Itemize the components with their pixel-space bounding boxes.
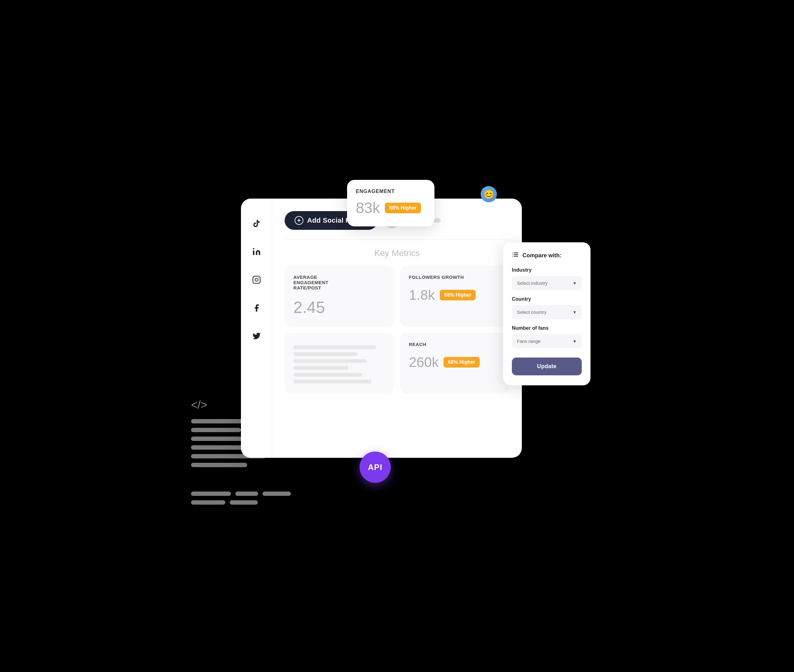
engagement-value-row: 83k 68% Higher bbox=[356, 199, 426, 216]
skeleton-lines bbox=[293, 346, 385, 384]
followers-badge: 68% Higher bbox=[440, 290, 476, 301]
skeleton-line bbox=[293, 373, 363, 377]
country-chevron-icon: ▼ bbox=[572, 310, 577, 315]
compare-header-text: Compare with: bbox=[522, 252, 561, 259]
skeleton-line bbox=[293, 380, 371, 384]
api-badge: API bbox=[359, 451, 391, 483]
industry-label: Industry bbox=[512, 267, 582, 273]
code-line bbox=[235, 491, 258, 496]
svg-point-3 bbox=[258, 277, 259, 278]
sidebar-icon-twitter[interactable] bbox=[250, 330, 263, 342]
followers-value-row: 1.8k 68% Higher bbox=[409, 287, 501, 303]
reach-value-row: 260k 68% Higher bbox=[409, 354, 501, 370]
sidebar-icon-instagram[interactable] bbox=[250, 274, 263, 286]
fans-chevron-icon: ▼ bbox=[572, 339, 577, 344]
code-line bbox=[191, 491, 231, 496]
metrics-grid: AVERAGEENGAGEMENTRATE/POST 2.45 FOLLOWER… bbox=[284, 266, 510, 394]
engagement-badge: 68% Higher bbox=[385, 203, 421, 213]
metric-value-reach: 260k bbox=[409, 354, 439, 370]
engagement-card: ENGAGEMENT 83k 68% Higher bbox=[347, 180, 435, 226]
dashboard-card: + Add Social Profile Key Metrics AVERAGE… bbox=[241, 198, 522, 458]
sidebar-icon-tiktok[interactable] bbox=[250, 218, 263, 230]
fans-select[interactable]: Fans range ▼ bbox=[512, 334, 582, 348]
skeleton-line bbox=[293, 366, 348, 370]
bottom-skeleton bbox=[191, 491, 291, 505]
scene: </> ENGAGEMENT 83k 68% Higher 😊 bbox=[210, 180, 584, 492]
metric-value-engagement-rate: 2.45 bbox=[293, 298, 385, 317]
plus-circle-icon: + bbox=[295, 216, 304, 225]
section-title: Key Metrics bbox=[284, 248, 510, 258]
metric-label-followers-growth: FOLLOWERS GROWTH bbox=[409, 275, 501, 280]
skeleton-line bbox=[293, 346, 376, 349]
avatar-face: 😊 bbox=[484, 189, 494, 200]
industry-chevron-icon: ▼ bbox=[572, 281, 577, 286]
sidebar bbox=[241, 198, 272, 458]
svg-rect-1 bbox=[253, 276, 260, 283]
code-line bbox=[191, 463, 247, 467]
divider bbox=[284, 239, 510, 240]
metric-card-engagement-rate: AVERAGEENGAGEMENTRATE/POST 2.45 bbox=[284, 266, 394, 326]
metric-card-followers-growth: FOLLOWERS GROWTH 1.8k 68% Higher bbox=[400, 266, 510, 326]
metric-card-reach: REACH 260k 68% Higher bbox=[400, 333, 510, 394]
update-button[interactable]: Update bbox=[512, 358, 582, 375]
compare-icon bbox=[512, 251, 519, 260]
main-content: + Add Social Profile Key Metrics AVERAGE… bbox=[272, 198, 522, 458]
metric-card-skeleton bbox=[284, 333, 394, 394]
engagement-title: ENGAGEMENT bbox=[356, 189, 426, 194]
engagement-value: 83k bbox=[356, 199, 380, 216]
skeleton-line bbox=[293, 359, 367, 363]
svg-point-0 bbox=[253, 248, 254, 250]
svg-point-2 bbox=[255, 278, 258, 281]
code-line bbox=[191, 500, 225, 505]
country-placeholder: Select country bbox=[517, 309, 546, 315]
country-select[interactable]: Select country ▼ bbox=[512, 305, 582, 319]
code-line bbox=[230, 500, 258, 505]
industry-placeholder: Select industry bbox=[517, 280, 548, 286]
fans-placeholder: Fans range bbox=[517, 339, 541, 344]
fans-label: Number of fans bbox=[512, 325, 582, 331]
metric-value-followers: 1.8k bbox=[409, 287, 435, 303]
user-avatar[interactable]: 😊 bbox=[481, 186, 497, 202]
compare-panel: Compare with: Industry Select industry ▼… bbox=[503, 242, 591, 386]
code-line bbox=[262, 491, 291, 496]
metric-label-engagement-rate: AVERAGEENGAGEMENTRATE/POST bbox=[293, 275, 385, 290]
code-line bbox=[191, 428, 241, 432]
api-text: API bbox=[368, 462, 382, 472]
metric-label-reach: REACH bbox=[409, 342, 501, 347]
compare-header: Compare with: bbox=[512, 251, 582, 260]
sidebar-icon-facebook[interactable] bbox=[250, 302, 263, 314]
industry-select[interactable]: Select industry ▼ bbox=[512, 276, 582, 290]
skeleton-line bbox=[293, 352, 358, 356]
reach-badge: 68% Higher bbox=[444, 357, 479, 368]
country-label: Country bbox=[512, 296, 582, 302]
sidebar-icon-linkedin[interactable] bbox=[250, 245, 263, 258]
